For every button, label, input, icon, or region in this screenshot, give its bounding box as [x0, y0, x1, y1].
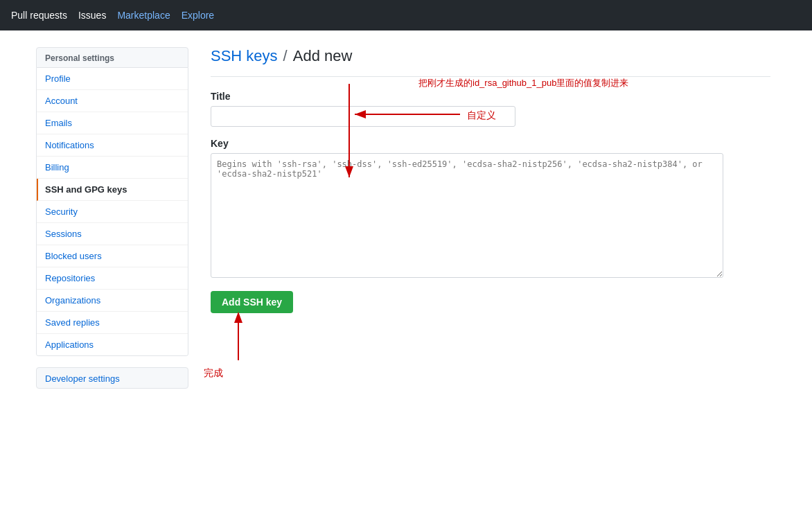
- sidebar-link-applications[interactable]: Applications: [37, 334, 188, 355]
- sidebar-link-ssh-gpg[interactable]: SSH and GPG keys: [37, 179, 188, 201]
- sidebar-link-billing[interactable]: Billing: [37, 157, 188, 179]
- sidebar-item-notifications: Notifications: [37, 134, 188, 157]
- sidebar-link-sessions[interactable]: Sessions: [37, 223, 188, 245]
- sidebar-item-security: Security: [37, 201, 188, 223]
- sidebar-link-repositories[interactable]: Repositories: [37, 267, 188, 290]
- add-ssh-key-button[interactable]: Add SSH key: [211, 291, 293, 313]
- topnav: Pull requests Issues Marketplace Explore: [0, 0, 812, 30]
- sidebar-item-repositories: Repositories: [37, 267, 188, 290]
- sidebar-item-ssh-gpg: SSH and GPG keys: [37, 179, 188, 201]
- sidebar-link-notifications[interactable]: Notifications: [37, 134, 188, 157]
- nav-pull-requests[interactable]: Pull requests: [11, 10, 67, 21]
- sidebar-item-profile: Profile: [37, 68, 188, 90]
- button-annotation-text: 完成: [204, 367, 223, 380]
- developer-settings-link[interactable]: Developer settings: [45, 373, 120, 384]
- sidebar: Personal settings Profile Account Emails…: [36, 47, 188, 504]
- page-container: Personal settings Profile Account Emails…: [25, 30, 787, 521]
- page-title: Add new: [293, 47, 353, 65]
- page-header: SSH keys / Add new: [211, 47, 770, 77]
- ssh-keys-breadcrumb-link[interactable]: SSH keys: [211, 47, 278, 65]
- sidebar-link-saved-replies[interactable]: Saved replies: [37, 312, 188, 334]
- nav-marketplace[interactable]: Marketplace: [117, 10, 170, 21]
- title-label: Title: [211, 91, 770, 102]
- breadcrumb-separator: /: [283, 47, 288, 65]
- sidebar-item-emails: Emails: [37, 112, 188, 134]
- sidebar-item-sessions: Sessions: [37, 223, 188, 245]
- key-textarea[interactable]: [211, 153, 723, 278]
- sidebar-link-emails[interactable]: Emails: [37, 112, 188, 134]
- sidebar-link-profile[interactable]: Profile: [37, 68, 188, 90]
- title-input[interactable]: [211, 106, 515, 127]
- button-arrow: [224, 312, 266, 367]
- sidebar-item-blocked-users: Blocked users: [37, 245, 188, 267]
- key-label: Key: [211, 138, 770, 149]
- title-form-group: Title 自定义: [211, 91, 770, 127]
- developer-settings-section: Developer settings: [36, 367, 188, 389]
- nav-issues[interactable]: Issues: [78, 10, 106, 21]
- nav-explore[interactable]: Explore: [182, 10, 214, 21]
- sidebar-nav-list: Profile Account Emails Notifications Bil…: [36, 68, 188, 356]
- add-ssh-key-container: Add SSH key 完成: [211, 291, 770, 313]
- sidebar-item-account: Account: [37, 90, 188, 112]
- key-form-group: Key 把刚才生成的id_rsa_github_1_pub里面的值复制进来: [211, 138, 770, 280]
- main-content: SSH keys / Add new Title 自定义: [205, 47, 776, 504]
- sidebar-item-saved-replies: Saved replies: [37, 312, 188, 334]
- sidebar-link-account[interactable]: Account: [37, 90, 188, 112]
- sidebar-link-organizations[interactable]: Organizations: [37, 290, 188, 312]
- personal-settings-heading: Personal settings: [36, 47, 188, 68]
- sidebar-item-organizations: Organizations: [37, 290, 188, 312]
- sidebar-item-applications: Applications: [37, 334, 188, 355]
- personal-settings-section: Personal settings Profile Account Emails…: [36, 47, 188, 356]
- sidebar-link-security[interactable]: Security: [37, 201, 188, 223]
- sidebar-item-billing: Billing: [37, 157, 188, 179]
- sidebar-link-blocked-users[interactable]: Blocked users: [37, 245, 188, 267]
- key-annotation-text: 把刚才生成的id_rsa_github_1_pub里面的值复制进来: [418, 77, 628, 89]
